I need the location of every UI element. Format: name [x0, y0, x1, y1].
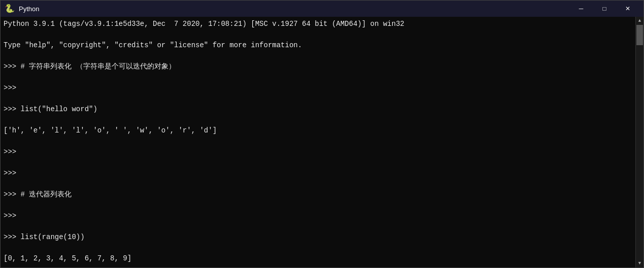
scrollbar-thumb[interactable]: [636, 25, 643, 45]
python-icon: 🐍: [5, 4, 15, 14]
terminal-line: [0, 1, 2, 3, 4, 5, 6, 7, 8, 9]: [4, 253, 632, 264]
terminal-line: >>> # 字符串列表化 （字符串是个可以迭代的对象）: [4, 61, 632, 72]
scrollbar-track: [636, 25, 643, 259]
maximize-button[interactable]: □: [593, 1, 616, 17]
terminal-line: >>>: [4, 168, 632, 179]
terminal-line: Type "help", "copyright", "credits" or "…: [4, 40, 632, 51]
terminal-line: >>> list(range(10)): [4, 232, 632, 243]
window-controls: ─ □ ✕: [569, 1, 639, 17]
minimize-button[interactable]: ─: [569, 1, 593, 17]
scrollbar[interactable]: ▲ ▼: [635, 17, 643, 267]
close-button[interactable]: ✕: [616, 1, 639, 17]
terminal-line: >>> list("hello word"): [4, 104, 632, 115]
terminal-line: >>>: [4, 147, 632, 157]
terminal-line: >>>: [4, 211, 632, 221]
terminal-output[interactable]: Python 3.9.1 (tags/v3.9.1:1e5d33e, Dec 7…: [1, 17, 635, 267]
scroll-up-arrow[interactable]: ▲: [636, 17, 644, 25]
titlebar: 🐍 Python ─ □ ✕: [1, 1, 643, 17]
terminal-line: >>>: [4, 83, 632, 93]
python-window: 🐍 Python ─ □ ✕ Python 3.9.1 (tags/v3.9.1…: [0, 0, 644, 268]
terminal-line: ['h', 'e', 'l', 'l', 'o', ' ', 'w', 'o',…: [4, 125, 632, 136]
scroll-down-arrow[interactable]: ▼: [636, 259, 644, 267]
content-area: Python 3.9.1 (tags/v3.9.1:1e5d33e, Dec 7…: [1, 17, 643, 267]
terminal-line: >>> # 迭代器列表化: [4, 189, 632, 200]
window-title: Python: [19, 5, 569, 13]
terminal-line: Python 3.9.1 (tags/v3.9.1:1e5d33e, Dec 7…: [4, 19, 632, 29]
